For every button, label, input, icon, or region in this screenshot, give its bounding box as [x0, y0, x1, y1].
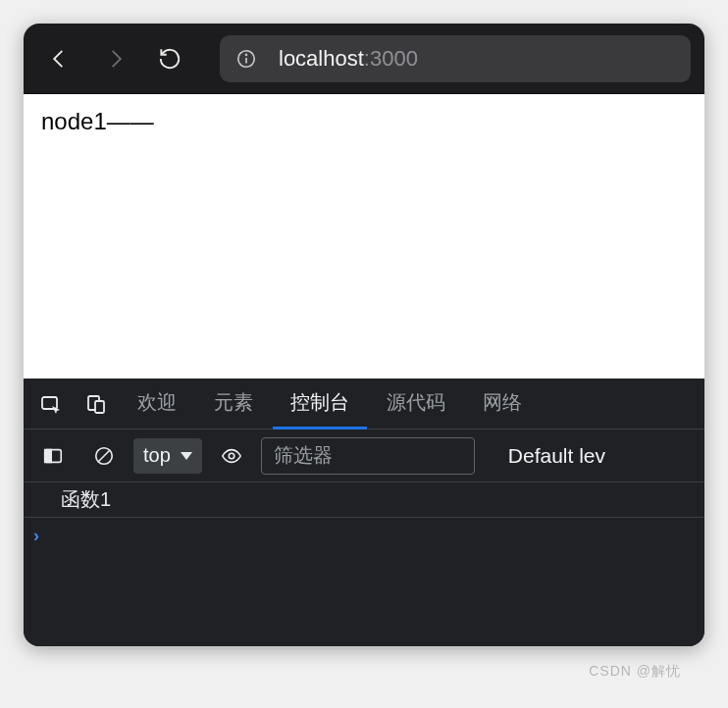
- browser-window: localhost:3000 node1—— 欢迎 元素 控制台 源代码 网络: [24, 24, 704, 646]
- toggle-sidebar-button[interactable]: [31, 434, 75, 478]
- svg-line-9: [99, 450, 110, 461]
- info-icon: [235, 48, 257, 70]
- svg-rect-7: [45, 449, 51, 462]
- sidebar-icon: [42, 445, 64, 467]
- inspect-element-button[interactable]: [29, 382, 73, 426]
- filter-input[interactable]: [261, 437, 475, 475]
- arrow-left-icon: [46, 45, 74, 73]
- page-body-text: node1——: [41, 108, 154, 134]
- tab-network[interactable]: 网络: [465, 379, 540, 430]
- address-text: localhost:3000: [279, 46, 418, 72]
- console-toolbar: top Default lev: [24, 430, 704, 482]
- devtools-tabs: 欢迎 元素 控制台 源代码 网络: [24, 379, 704, 430]
- nav-buttons: [37, 36, 192, 81]
- svg-rect-5: [95, 401, 104, 413]
- inspect-icon: [39, 392, 63, 416]
- watermark: CSDN @解忧: [589, 663, 681, 681]
- live-expression-button[interactable]: [210, 434, 253, 478]
- devtools-panel: 欢迎 元素 控制台 源代码 网络 top Default lev 函数: [24, 379, 704, 646]
- tab-console[interactable]: 控制台: [273, 379, 367, 430]
- address-bar[interactable]: localhost:3000: [220, 35, 691, 82]
- clear-console-button[interactable]: [82, 434, 126, 478]
- arrow-right-icon: [101, 45, 129, 73]
- svg-point-2: [246, 54, 247, 55]
- nav-toolbar: localhost:3000: [24, 24, 704, 94]
- address-host: localhost: [279, 46, 364, 71]
- chevron-down-icon: [181, 452, 192, 460]
- tab-elements[interactable]: 元素: [196, 379, 271, 430]
- context-selector[interactable]: top: [133, 438, 202, 474]
- clear-icon: [93, 445, 115, 467]
- tab-sources[interactable]: 源代码: [369, 379, 463, 430]
- svg-rect-3: [42, 397, 57, 409]
- console-log-entry[interactable]: 函数1: [24, 482, 704, 518]
- console-prompt-icon: ›: [33, 526, 39, 546]
- page-content: node1——: [24, 94, 704, 379]
- back-button[interactable]: [37, 36, 82, 81]
- eye-icon: [221, 445, 242, 467]
- site-info-icon[interactable]: [235, 48, 257, 70]
- context-label: top: [143, 444, 171, 467]
- tab-welcome[interactable]: 欢迎: [120, 379, 194, 430]
- device-icon: [84, 392, 108, 416]
- log-levels-label[interactable]: Default lev: [508, 444, 605, 468]
- device-toggle-button[interactable]: [75, 382, 118, 426]
- console-body: 函数1 ›: [24, 482, 704, 646]
- reload-button[interactable]: [147, 36, 192, 81]
- address-port: :3000: [364, 46, 418, 71]
- svg-point-10: [229, 453, 234, 459]
- reload-icon: [157, 46, 182, 72]
- console-input-line[interactable]: ›: [24, 518, 704, 553]
- forward-button[interactable]: [92, 36, 137, 81]
